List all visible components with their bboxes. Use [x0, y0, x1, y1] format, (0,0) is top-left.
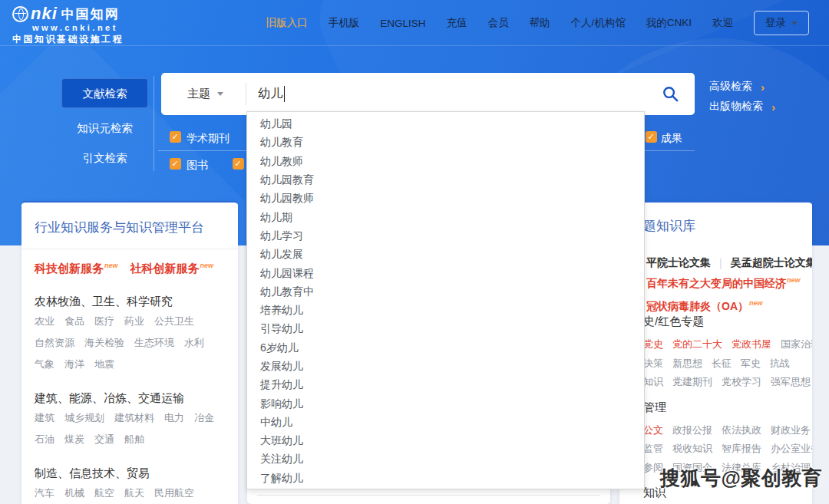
industry-section-title[interactable]: 制造、信息技术、贸易 — [35, 466, 229, 481]
topic-link[interactable]: 办公室业务 — [771, 443, 812, 454]
tab-知识元检索[interactable]: 知识元检索 — [61, 120, 148, 137]
industry-link[interactable]: 气象 — [35, 357, 54, 371]
cnki-logo[interactable]: nki 中国知网 www.cnki.net 中国知识基础设施工程 — [12, 5, 124, 46]
nav-item-会员[interactable]: 会员 — [487, 16, 508, 30]
topic-link[interactable]: 党史 — [643, 338, 663, 350]
advanced-search-link[interactable]: 高级检索 › — [709, 80, 775, 94]
checkbox-partial[interactable] — [233, 158, 244, 170]
hot-topic-link[interactable]: 冠状病毒肺炎（OA）new — [646, 299, 801, 314]
industry-link[interactable]: 航天 — [124, 486, 144, 500]
industry-link[interactable]: 水利 — [184, 336, 204, 350]
hot-topic-link[interactable]: 百年未有之大变局的中国经济new — [646, 276, 801, 291]
topic-link[interactable]: 依法执政 — [722, 424, 761, 436]
search-input[interactable]: 幼儿 — [258, 73, 285, 115]
collection-link[interactable]: 平院士论文集 — [646, 256, 711, 268]
suggestion-item[interactable]: 幼儿发展 — [247, 245, 644, 264]
nav-item-旧版入口[interactable]: 旧版入口 — [266, 16, 308, 30]
industry-link[interactable]: 公共卫生 — [154, 315, 194, 328]
checkbox-journals[interactable] — [170, 131, 181, 143]
topic-link[interactable]: 强军思想 — [771, 376, 811, 387]
nav-item-ENGLISH[interactable]: ENGLISH — [380, 18, 425, 29]
topic-link[interactable]: 监管 — [643, 443, 663, 454]
industry-link[interactable]: 医疗 — [94, 315, 114, 328]
industry-link[interactable]: 民用航空 — [154, 486, 194, 500]
login-button[interactable]: 登录 — [754, 11, 809, 35]
topic-section-title[interactable]: 管理 — [643, 400, 808, 415]
industry-link[interactable]: 冶金 — [194, 411, 214, 425]
suggestion-item[interactable]: 幼儿园 — [247, 115, 644, 133]
featured-service-link[interactable]: 社科创新服务new — [130, 262, 214, 276]
topic-link[interactable]: 决策 — [643, 357, 663, 369]
topic-link[interactable]: 政报公报 — [672, 424, 712, 436]
topic-link[interactable]: 财政业务 — [771, 424, 811, 436]
topic-link[interactable]: 税收知识 — [672, 443, 712, 454]
suggestion-item[interactable]: 6岁幼儿 — [247, 339, 644, 357]
suggestion-item[interactable]: 幼儿园课程 — [247, 264, 644, 282]
industry-section-title[interactable]: 建筑、能源、冶炼、交通运输 — [35, 391, 229, 406]
topic-link[interactable]: 党建期刊 — [672, 376, 712, 387]
topic-link[interactable]: 智库报告 — [722, 443, 761, 454]
nav-item-充值[interactable]: 充值 — [446, 16, 467, 30]
suggestion-item[interactable]: 幼儿教师 — [247, 153, 644, 171]
checkbox-journals-label[interactable]: 学术期刊 — [187, 132, 230, 146]
checkbox-books[interactable] — [170, 158, 181, 170]
topic-link[interactable]: 党的二十大 — [672, 338, 722, 350]
industry-link[interactable]: 生态环境 — [134, 336, 174, 350]
publication-search-link[interactable]: 出版物检索 › — [709, 100, 775, 114]
suggestion-item[interactable]: 幼儿教育 — [247, 133, 644, 152]
topic-section-title[interactable]: 史/红色专题 — [643, 315, 808, 329]
suggestion-item[interactable]: 幼儿期 — [247, 208, 644, 226]
topic-link[interactable]: 新思想 — [672, 357, 702, 369]
suggestion-item[interactable]: 培养幼儿 — [247, 301, 644, 320]
suggestion-item[interactable]: 提升幼儿 — [247, 376, 644, 394]
collection-link[interactable]: 吴孟超院士论文集 — [731, 256, 812, 268]
industry-link[interactable]: 建筑 — [35, 411, 54, 425]
industry-link[interactable]: 自然资源 — [35, 336, 74, 350]
industry-link[interactable]: 煤炭 — [64, 433, 84, 446]
tab-引文检索[interactable]: 引文检索 — [61, 150, 148, 166]
industry-link[interactable]: 城乡规划 — [64, 411, 104, 425]
topic-link[interactable]: 国家治理 — [781, 338, 812, 350]
suggestion-item[interactable]: 幼儿教育中 — [247, 283, 644, 301]
industry-link[interactable]: 地震 — [94, 357, 114, 371]
suggestion-item[interactable]: 引导幼儿 — [247, 320, 644, 338]
industry-link[interactable]: 食品 — [64, 315, 84, 328]
topic-link[interactable]: 军史 — [741, 357, 761, 369]
industry-link[interactable]: 机械 — [64, 486, 84, 500]
industry-section-title[interactable]: 农林牧渔、卫生、科学研究 — [35, 295, 229, 309]
industry-link[interactable]: 石油 — [35, 433, 54, 446]
industry-link[interactable]: 药业 — [124, 315, 144, 328]
topic-link[interactable]: 知识 — [643, 376, 663, 387]
nav-item-个人/机构馆[interactable]: 个人/机构馆 — [570, 16, 625, 30]
industry-link[interactable]: 海洋 — [64, 357, 84, 371]
topic-link[interactable]: 党校学习 — [722, 376, 761, 387]
industry-link[interactable]: 汽车 — [35, 486, 54, 500]
checkbox-books-label[interactable]: 图书 — [187, 159, 208, 173]
checkbox-achievements[interactable] — [646, 131, 657, 143]
nav-item-手机版[interactable]: 手机版 — [329, 16, 360, 30]
suggestion-item[interactable]: 幼儿园教师 — [247, 189, 644, 208]
tab-文献检索[interactable]: 文献检索 — [61, 78, 148, 108]
search-icon[interactable] — [662, 85, 679, 103]
suggestion-item[interactable]: 影响幼儿 — [247, 394, 644, 413]
industry-link[interactable]: 海关检验 — [84, 336, 124, 350]
industry-link[interactable]: 航空 — [94, 486, 114, 500]
suggestion-item[interactable]: 中幼儿 — [247, 413, 644, 432]
suggestion-item[interactable]: 幼儿学习 — [247, 227, 644, 245]
suggestion-item[interactable]: 大班幼儿 — [247, 432, 644, 450]
suggestion-item[interactable]: 发展幼儿 — [247, 357, 644, 376]
suggestion-item[interactable]: 关注幼儿 — [247, 450, 644, 469]
industry-link[interactable]: 船舶 — [124, 433, 144, 446]
topic-link[interactable]: 长征 — [712, 357, 732, 369]
topic-link[interactable]: 公文 — [643, 424, 663, 436]
checkbox-achievements-label[interactable]: 成果 — [661, 132, 682, 146]
search-field-selector[interactable]: 主题 — [187, 73, 223, 115]
nav-item-我的CNKI[interactable]: 我的CNKI — [646, 16, 692, 30]
industry-link[interactable]: 农业 — [35, 315, 54, 328]
suggestion-item[interactable]: 幼儿园教育 — [247, 171, 644, 189]
industry-link[interactable]: 交通 — [94, 433, 114, 446]
featured-service-link[interactable]: 科技创新服务new — [35, 262, 118, 276]
nav-item-帮助[interactable]: 帮助 — [529, 16, 550, 30]
topic-link[interactable]: 抗战 — [770, 357, 790, 369]
suggestion-item[interactable]: 了解幼儿 — [247, 469, 644, 488]
